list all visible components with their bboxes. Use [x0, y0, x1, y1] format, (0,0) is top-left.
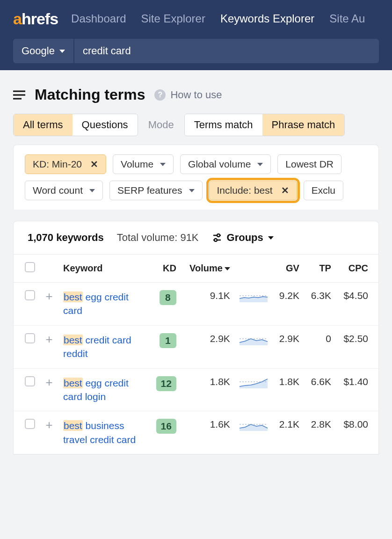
tab[interactable]: Phrase match	[262, 114, 345, 136]
page-header: Matching terms ? How to use	[0, 70, 392, 114]
keywords-table: Keyword KD Volume GV TP CPC + best egg c…	[14, 254, 378, 454]
menu-icon[interactable]	[13, 90, 25, 100]
row-checkbox[interactable]	[25, 376, 35, 386]
col-gv[interactable]: GV	[272, 255, 304, 283]
kd-badge: 12	[156, 376, 176, 391]
cpc-cell: $4.50	[336, 283, 378, 326]
table-row: + best business travel credit card 16 1.…	[14, 411, 378, 454]
keyword-link[interactable]: best credit card reddit	[63, 333, 138, 361]
tp-cell: 0	[304, 325, 336, 368]
chevron-down-icon	[160, 163, 166, 166]
filter-label: Global volume	[188, 159, 251, 170]
add-keyword-button[interactable]: +	[45, 289, 52, 303]
kd-badge: 16	[156, 419, 176, 434]
svg-point-1	[214, 239, 217, 241]
filter-label: Exclu	[312, 185, 335, 196]
logo[interactable]: ahrefs	[13, 10, 58, 28]
trend-sparkline	[240, 333, 268, 345]
add-keyword-button[interactable]: +	[45, 332, 52, 346]
select-all-checkbox[interactable]	[25, 262, 35, 272]
highlight: best	[63, 420, 83, 431]
question-icon: ?	[154, 89, 166, 101]
filter-chip[interactable]: SERP features	[109, 181, 203, 200]
filter-chip[interactable]: Exclu	[304, 181, 343, 200]
chevron-down-icon	[268, 236, 274, 240]
mode-tab-group: Terms matchPhrase match	[184, 114, 345, 136]
volume-cell: 1.6K	[181, 411, 235, 454]
tp-cell: 6.6K	[304, 368, 336, 411]
filter-chip[interactable]: Include: best✕	[209, 181, 297, 200]
col-keyword[interactable]: Keyword	[58, 255, 149, 283]
filter-chip[interactable]: Global volume	[180, 154, 271, 174]
nav-link[interactable]: Dashboard	[71, 12, 126, 25]
filter-row: Word countSERP featuresInclude: best✕Exc…	[25, 181, 367, 200]
add-keyword-button[interactable]: +	[45, 375, 52, 389]
table-row: + best credit card reddit 1 2.9K 2.9K 0 …	[14, 325, 378, 368]
col-cpc[interactable]: CPC	[336, 255, 378, 283]
row-checkbox[interactable]	[25, 333, 35, 343]
filter-label: Lowest DR	[285, 159, 334, 170]
nav-link[interactable]: Keywords Explorer	[220, 12, 314, 25]
tab[interactable]: Questions	[73, 114, 138, 136]
nav-link[interactable]: Site Explorer	[141, 12, 205, 25]
tp-cell: 6.3K	[304, 283, 336, 326]
search-engine-select[interactable]: Google	[13, 39, 73, 63]
table-row: + best egg credit card 8 9.1K 9.2K 6.3K …	[14, 283, 378, 326]
keyword-link[interactable]: best egg credit card	[63, 290, 138, 318]
volume-cell: 1.8K	[181, 368, 235, 411]
filter-chip[interactable]: Lowest DR	[277, 154, 341, 174]
cpc-cell: $1.40	[336, 368, 378, 411]
keyword-link[interactable]: best business travel credit card	[63, 419, 138, 446]
svg-point-0	[217, 234, 220, 237]
tab[interactable]: All terms	[14, 114, 73, 136]
close-icon[interactable]: ✕	[90, 159, 98, 170]
gv-cell: 9.2K	[272, 283, 304, 326]
kd-badge: 8	[160, 290, 176, 305]
filter-label: Include: best	[217, 185, 273, 196]
row-checkbox[interactable]	[25, 290, 35, 300]
chevron-down-icon	[59, 50, 65, 53]
filter-panel: KD: Min-20✕VolumeGlobal volumeLowest DR …	[13, 145, 379, 210]
terms-tab-group: All termsQuestions	[13, 114, 138, 136]
keyword-link[interactable]: best egg credit card login	[63, 376, 138, 404]
highlight: best	[63, 335, 83, 345]
table-row: + best egg credit card login 12 1.8K 1.8…	[14, 368, 378, 411]
results-panel: 1,070 keywords Total volume: 91K Groups …	[13, 221, 379, 455]
volume-cell: 9.1K	[181, 283, 235, 326]
trend-sparkline	[240, 290, 268, 302]
row-checkbox[interactable]	[25, 419, 35, 429]
trend-sparkline	[240, 376, 268, 388]
filter-label: Word count	[33, 185, 83, 196]
page-title: Matching terms	[35, 86, 145, 103]
filter-chip[interactable]: Word count	[25, 181, 103, 200]
chevron-down-icon	[189, 189, 195, 192]
how-to-use-label: How to use	[170, 89, 222, 101]
col-kd[interactable]: KD	[149, 255, 181, 283]
search-engine-label: Google	[22, 45, 55, 57]
gv-cell: 1.8K	[272, 368, 304, 411]
tabs-row: All termsQuestions Mode Terms matchPhras…	[0, 114, 392, 145]
tab[interactable]: Terms match	[185, 114, 262, 136]
how-to-use-link[interactable]: ? How to use	[154, 89, 222, 101]
top-nav: ahrefs DashboardSite ExplorerKeywords Ex…	[0, 0, 392, 37]
cpc-cell: $8.00	[336, 411, 378, 454]
keyword-count: 1,070 keywords	[28, 232, 104, 244]
chevron-down-icon	[257, 163, 263, 166]
col-volume[interactable]: Volume	[181, 255, 235, 283]
cpc-cell: $2.50	[336, 325, 378, 368]
keyword-search-input[interactable]	[74, 39, 379, 63]
filter-chip[interactable]: Volume	[113, 154, 174, 174]
add-keyword-button[interactable]: +	[45, 418, 52, 432]
filter-chip[interactable]: KD: Min-20✕	[25, 154, 106, 174]
groups-toggle[interactable]: Groups	[212, 232, 274, 244]
filter-label: Volume	[121, 159, 153, 170]
highlight: best	[63, 378, 83, 388]
filter-label: KD: Min-20	[33, 159, 82, 170]
kd-badge: 1	[160, 333, 176, 348]
col-tp[interactable]: TP	[304, 255, 336, 283]
mode-label: Mode	[148, 119, 174, 131]
close-icon[interactable]: ✕	[281, 185, 289, 196]
gv-cell: 2.1K	[272, 411, 304, 454]
nav-link[interactable]: Site Au	[329, 12, 365, 25]
gv-cell: 2.9K	[272, 325, 304, 368]
